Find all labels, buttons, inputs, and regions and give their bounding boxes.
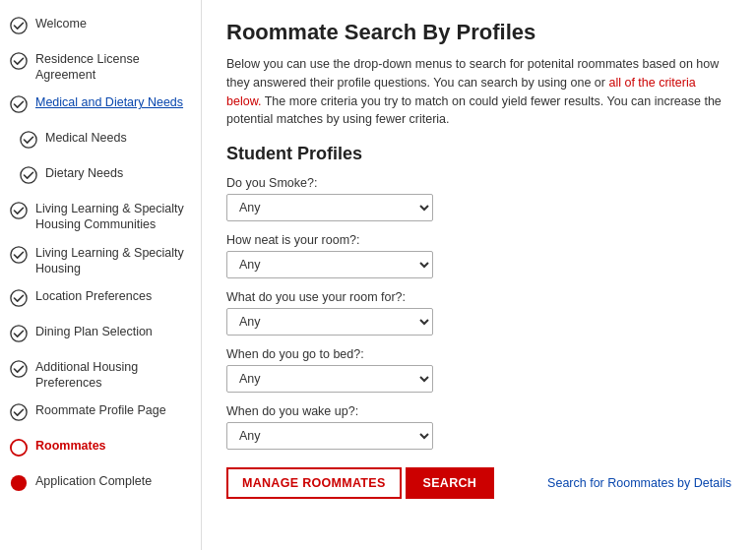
sidebar-item-roommate-profile-page[interactable]: Roommate Profile Page <box>0 397 201 432</box>
living-learning-specialty-housing-communities-label: Living Learning & Specialty Housing Comm… <box>35 201 191 233</box>
manage-roommates-button[interactable]: MANAGE ROOMMATES <box>226 467 402 499</box>
welcome-label: Welcome <box>35 16 87 31</box>
dietary-needs-label: Dietary Needs <box>45 165 123 181</box>
neat-label: How neat is your room?: <box>226 233 731 247</box>
sidebar-item-living-learning-specialty-housing[interactable]: Living Learning & Specialty Housing <box>0 239 201 283</box>
profile-form: Do you Smoke?:AnyYesNoHow neat is your r… <box>226 176 731 450</box>
additional-housing-preferences-icon <box>10 360 28 383</box>
sidebar-item-additional-housing-preferences[interactable]: Additional Housing Preferences <box>0 353 201 397</box>
search-by-details-link[interactable]: Search for Roommates by Details <box>547 476 731 490</box>
living-learning-specialty-housing-icon <box>10 246 28 269</box>
field-group-smoke: Do you Smoke?:AnyYesNo <box>226 176 731 221</box>
location-preferences-label: Location Preferences <box>35 288 152 304</box>
bedtime-select[interactable]: AnyBefore 10pm10pm-12amAfter 12am <box>226 365 433 393</box>
medical-dietary-needs-icon <box>10 95 28 118</box>
bedtime-label: When do you go to bed?: <box>226 347 731 361</box>
sidebar-item-medical-dietary-needs[interactable]: Medical and Dietary Needs <box>0 89 201 124</box>
sidebar-item-dining-plan-selection[interactable]: Dining Plan Selection <box>0 318 201 353</box>
svg-point-3 <box>21 132 36 148</box>
wakeup-select[interactable]: AnyBefore 7am7am-9amAfter 9am <box>226 422 433 450</box>
sidebar-item-application-complete[interactable]: Application Complete <box>0 467 201 503</box>
sidebar-item-medical-needs[interactable]: Medical Needs <box>0 124 201 159</box>
desc-part2: The more criteria you try to match on co… <box>226 94 722 127</box>
medical-needs-label: Medical Needs <box>45 130 127 146</box>
field-group-wakeup: When do you wake up?:AnyBefore 7am7am-9a… <box>226 404 731 450</box>
medical-needs-icon <box>20 131 37 153</box>
wakeup-label: When do you wake up?: <box>226 404 731 418</box>
svg-point-1 <box>11 53 27 69</box>
svg-point-6 <box>11 246 27 262</box>
field-group-bedtime: When do you go to bed?:AnyBefore 10pm10p… <box>226 347 731 393</box>
sidebar-item-dietary-needs[interactable]: Dietary Needs <box>0 159 201 195</box>
application-complete-icon <box>10 474 28 497</box>
sidebar-item-location-preferences[interactable]: Location Preferences <box>0 282 201 318</box>
svg-point-12 <box>11 475 27 491</box>
living-learning-specialty-housing-label: Living Learning & Specialty Housing <box>35 245 191 277</box>
smoke-select[interactable]: AnyYesNo <box>226 194 433 221</box>
roommates-label: Roommates <box>35 438 106 454</box>
field-group-room-use: What do you use your room for?:AnyStudyi… <box>226 290 731 336</box>
svg-point-10 <box>11 404 27 420</box>
roommate-profile-page-icon <box>10 403 28 426</box>
svg-point-8 <box>11 326 27 341</box>
room-use-label: What do you use your room for?: <box>226 290 731 304</box>
dining-plan-selection-icon <box>10 325 28 347</box>
svg-point-9 <box>11 361 27 377</box>
smoke-label: Do you Smoke?: <box>226 176 731 190</box>
field-group-neat: How neat is your room?:AnyVery NeatNeatS… <box>226 233 731 278</box>
sidebar-item-residence-license[interactable]: Residence License Agreement <box>0 45 201 90</box>
actions-bar: MANAGE ROOMMATES SEARCH Search for Roomm… <box>226 467 731 499</box>
svg-point-2 <box>11 96 27 112</box>
neat-select[interactable]: AnyVery NeatNeatSomewhat NeatNot Neat <box>226 251 433 278</box>
location-preferences-icon <box>10 289 28 312</box>
roommates-icon <box>10 439 28 461</box>
welcome-icon <box>10 17 28 39</box>
living-learning-specialty-housing-communities-icon <box>10 202 28 224</box>
medical-dietary-needs-label: Medical and Dietary Needs <box>35 94 183 110</box>
room-use-select[interactable]: AnyStudyingSleepingSocializing <box>226 308 433 336</box>
sidebar-item-roommates[interactable]: Roommates <box>0 432 201 467</box>
page-title: Roommate Search By Profiles <box>226 20 731 45</box>
application-complete-label: Application Complete <box>35 473 152 489</box>
dining-plan-selection-label: Dining Plan Selection <box>35 324 153 339</box>
svg-point-5 <box>11 203 27 218</box>
svg-point-4 <box>21 167 36 183</box>
dietary-needs-icon <box>20 166 37 189</box>
roommate-profile-page-label: Roommate Profile Page <box>35 402 166 418</box>
page-description: Below you can use the drop-down menus to… <box>226 55 731 129</box>
svg-point-7 <box>11 290 27 306</box>
residence-license-label: Residence License Agreement <box>35 51 191 84</box>
main-content: Roommate Search By Profiles Below you ca… <box>202 0 756 550</box>
sidebar-item-welcome[interactable]: Welcome <box>0 10 201 45</box>
sidebar-item-living-learning-specialty-housing-communities[interactable]: Living Learning & Specialty Housing Comm… <box>0 195 201 239</box>
search-button[interactable]: SEARCH <box>406 467 495 499</box>
svg-point-0 <box>11 18 27 33</box>
svg-point-11 <box>11 440 27 456</box>
section-title: Student Profiles <box>226 144 731 164</box>
additional-housing-preferences-label: Additional Housing Preferences <box>35 359 191 392</box>
sidebar: Welcome Residence License Agreement Medi… <box>0 0 202 550</box>
residence-license-icon <box>10 52 28 75</box>
